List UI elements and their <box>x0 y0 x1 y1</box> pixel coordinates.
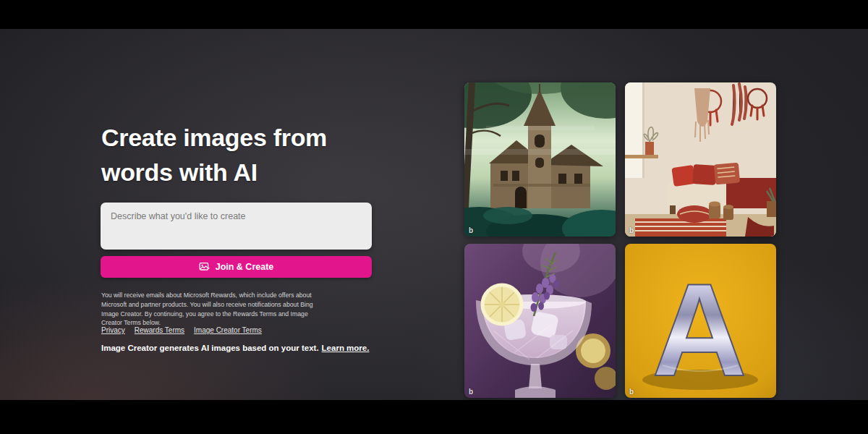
prompt-input[interactable] <box>101 203 372 250</box>
join-create-button[interactable]: Join & Create <box>101 256 372 278</box>
content-stage: Create images from words with AI Join & … <box>0 29 868 400</box>
fantasy-mansion-art <box>464 82 616 237</box>
letterbox-top <box>0 0 868 29</box>
ai-footnote-text: Image Creator generates AI images based … <box>101 344 319 352</box>
image-edit-icon <box>199 261 210 273</box>
ai-footnote: Image Creator generates AI images based … <box>101 344 391 352</box>
lavender-cocktail-art <box>464 244 616 398</box>
legal-links: Privacy Rewards Terms Image Creator Term… <box>101 326 262 334</box>
image-creator-terms-link[interactable]: Image Creator Terms <box>194 326 262 334</box>
rewards-disclaimer: You will receive emails about Microsoft … <box>101 291 328 328</box>
gallery-image-boho-bedroom[interactable]: b <box>625 82 776 237</box>
page-title: Create images from words with AI <box>101 120 387 190</box>
gallery-image-fantasy-mansion[interactable]: b <box>464 82 616 237</box>
join-create-label: Join & Create <box>216 262 274 272</box>
learn-more-link[interactable]: Learn more. <box>322 344 370 352</box>
example-image-grid: b <box>464 82 776 398</box>
rewards-terms-link[interactable]: Rewards Terms <box>135 326 184 334</box>
gallery-image-lavender-cocktail[interactable]: b <box>464 244 616 398</box>
gallery-image-chrome-letter[interactable]: A b <box>625 244 776 398</box>
boho-bedroom-art <box>625 82 776 237</box>
chrome-letter-art: A <box>625 244 776 398</box>
page: Create images from words with AI Join & … <box>0 0 868 434</box>
privacy-link[interactable]: Privacy <box>101 326 125 334</box>
chrome-letter-glyph: A <box>652 256 746 398</box>
letterbox-bottom <box>0 400 868 434</box>
